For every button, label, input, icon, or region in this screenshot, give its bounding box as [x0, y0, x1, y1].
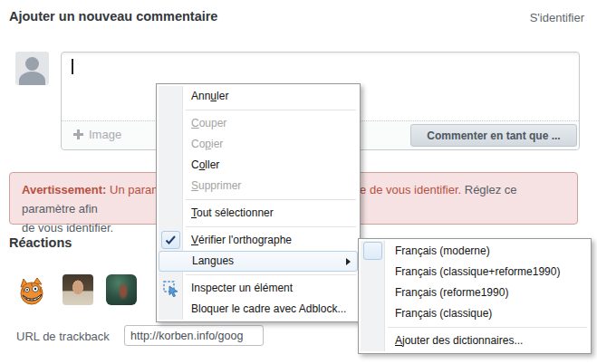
reaction-avatar-cat[interactable] [17, 275, 48, 306]
submenu-item-francais-moderne[interactable]: Français (moderne) [361, 241, 589, 262]
warning-gray-text-line2: de vous identifier. [22, 221, 113, 235]
menu-separator [186, 110, 356, 110]
submenu-item-francais-reforme1990[interactable]: Français (reforme1990) [361, 283, 589, 303]
menu-item-inspecter-element[interactable]: Inspecter un élément [159, 278, 358, 299]
menu-separator [186, 226, 356, 227]
menu-item-copier[interactable]: Copier [159, 134, 358, 155]
submenu-item-francais-classique[interactable]: Français (classique) [361, 303, 589, 324]
user-avatar-placeholder [15, 52, 49, 85]
submenu-arrow-icon [346, 258, 351, 265]
reaction-avatar-man[interactable] [63, 274, 93, 305]
checkmark-icon [161, 231, 180, 249]
plus-icon [73, 129, 83, 139]
trackback-url-input[interactable] [124, 325, 264, 346]
attach-image-button[interactable]: Image [73, 128, 121, 141]
comment-as-button[interactable]: Commenter en tant que ... [410, 124, 577, 147]
warning-label: Avertissement: [22, 183, 106, 196]
menu-separator [186, 199, 356, 200]
submenu-item-ajouter-dictionnaires[interactable]: Ajouter des dictionnaires... [361, 330, 589, 351]
menu-item-verifier-orthographe[interactable]: Vérifier l'orthographe [159, 230, 358, 251]
menu-separator [186, 274, 356, 275]
menu-item-supprimer[interactable]: Supprimer [159, 176, 358, 196]
page-title: Ajouter un nouveau commentaire [9, 9, 217, 24]
comment-widget: Ajouter un nouveau commentaire S'identif… [0, 0, 597, 364]
reactions-title: Réactions [9, 235, 72, 250]
cat-cartoon-image [17, 275, 48, 306]
menu-item-couper[interactable]: Couper [159, 113, 358, 134]
menu-item-bloquer-adblock[interactable]: Bloquer le cadre avec Adblock... [159, 299, 358, 320]
signin-link[interactable]: S'identifier [530, 11, 584, 24]
inspect-element-icon [163, 281, 179, 297]
menu-separator [388, 327, 587, 328]
trackback-label: URL de trackback [16, 330, 110, 343]
menu-item-coller[interactable]: Coller [159, 155, 358, 176]
text-caret [72, 59, 73, 74]
reaction-avatar-fantasy[interactable] [106, 274, 137, 305]
context-menu: Annuler Couper Copier Coller Supprimer T… [156, 83, 361, 322]
languages-submenu: Français (moderne) Français (classique+r… [358, 238, 592, 354]
menu-item-annuler[interactable]: Annuler [159, 86, 358, 107]
menu-item-tout-selectionner[interactable]: Tout sélectionner [159, 203, 358, 224]
radio-selected-icon [363, 242, 382, 260]
menu-item-langues[interactable]: Langues [159, 251, 358, 272]
submenu-item-francais-classique-reforme[interactable]: Français (classique+reforme1990) [361, 262, 589, 283]
